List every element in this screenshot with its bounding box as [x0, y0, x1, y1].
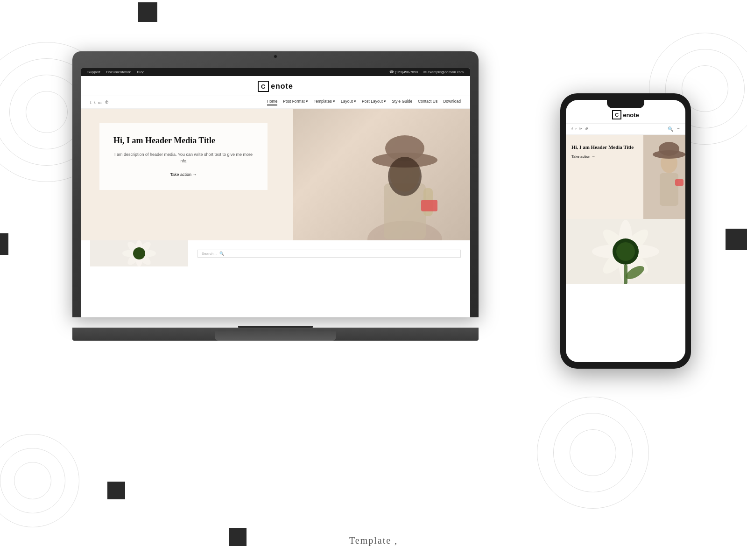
laptop-base	[72, 328, 479, 341]
website-nav: f t in ℗ Home Post Format ▾ Templates ▾ …	[81, 96, 470, 109]
svg-rect-22	[660, 173, 678, 206]
topbar-right: ☎ (123)456-7890 ✉ example@domain.com	[389, 70, 464, 74]
phone-facebook-icon[interactable]: f	[571, 127, 573, 131]
topbar-support[interactable]: Support	[87, 70, 100, 74]
deco-square-2	[0, 233, 8, 255]
phone-action-icons: 🔍 ≡	[668, 126, 680, 132]
svg-rect-7	[421, 200, 437, 211]
social-linkedin-icon[interactable]: in	[99, 100, 102, 105]
website-topbar: Support Documentation Blog ☎ (123)456-78…	[81, 68, 470, 76]
laptop-body: Support Documentation Blog ☎ (123)456-78…	[72, 51, 479, 317]
svg-point-5	[388, 157, 422, 196]
svg-point-21	[659, 142, 679, 156]
nav-templates[interactable]: Templates ▾	[314, 99, 335, 105]
hero-cta-button[interactable]: Take action →	[113, 172, 254, 177]
laptop-camera	[274, 55, 277, 58]
phone-screen: C enote f t in ℗ 🔍 ≡ Hi	[566, 100, 685, 362]
nav-style-guide[interactable]: Style Guide	[392, 99, 412, 105]
nav-layout[interactable]: Layout ▾	[341, 99, 356, 105]
phone-body: C enote f t in ℗ 🔍 ≡ Hi	[560, 93, 691, 369]
nav-contact[interactable]: Contact Us	[418, 99, 437, 105]
hero-section: Hi, I am Header Media Title I am descrip…	[81, 109, 470, 240]
nav-home[interactable]: Home	[267, 99, 278, 105]
laptop-device: Support Documentation Blog ☎ (123)456-78…	[72, 51, 479, 341]
search-placeholder: Search...	[202, 252, 217, 256]
topbar-blog[interactable]: Blog	[137, 70, 144, 74]
social-facebook-icon[interactable]: f	[90, 100, 92, 105]
bottom-image-placeholder	[90, 240, 188, 266]
phone-nav: f t in ℗ 🔍 ≡	[566, 124, 685, 135]
phone-logo-name: enote	[623, 112, 639, 119]
phone-hero-title: Hi, I am Header Media Title	[571, 144, 651, 150]
bottom-text-area: Template ,	[0, 485, 747, 560]
phone-logo-box: C	[612, 110, 621, 119]
phone-device: C enote f t in ℗ 🔍 ≡ Hi	[560, 93, 691, 369]
hero-description: I am description of header media. You ca…	[113, 151, 254, 165]
nav-download[interactable]: Download	[443, 99, 461, 105]
social-twitter-icon[interactable]: t	[94, 100, 96, 105]
nav-post-layout[interactable]: Post Layout ▾	[362, 99, 386, 105]
nav-menu: Home Post Format ▾ Templates ▾ Layout ▾ …	[267, 99, 461, 105]
hero-title: Hi, I am Header Media Title	[113, 136, 254, 146]
hero-image	[293, 109, 470, 240]
svg-point-34	[616, 242, 635, 261]
template-label: Template ,	[349, 535, 398, 546]
search-icon[interactable]: 🔍	[219, 252, 224, 256]
topbar-email: ✉ example@domain.com	[423, 70, 464, 74]
deco-square-3	[726, 229, 747, 250]
website-logo-bar: C enote	[81, 76, 470, 96]
phone-hero: Hi, I am Header Media Title Take action …	[566, 135, 685, 219]
svg-rect-23	[675, 179, 684, 186]
logo-name: enote	[271, 82, 293, 91]
deco-square-1	[138, 2, 157, 22]
search-bar[interactable]: Search... 🔍	[197, 250, 461, 258]
website-logo[interactable]: C enote	[258, 81, 293, 92]
phone-hero-content: Hi, I am Header Media Title Take action …	[571, 144, 651, 159]
topbar-phone: ☎ (123)456-7890	[389, 70, 418, 74]
phone-logo[interactable]: C enote	[612, 110, 639, 119]
phone-pinterest-icon[interactable]: ℗	[585, 127, 589, 131]
laptop-foot	[215, 331, 336, 341]
phone-bottom-image	[566, 219, 685, 284]
logo-box: C	[258, 81, 269, 92]
phone-twitter-icon[interactable]: t	[576, 127, 577, 131]
nav-social: f t in ℗	[90, 100, 109, 105]
social-pinterest-icon[interactable]: ℗	[105, 100, 109, 105]
phone-hero-cta[interactable]: Take action →	[571, 154, 651, 159]
phone-linkedin-icon[interactable]: in	[579, 127, 582, 131]
hero-content-box: Hi, I am Header Media Title I am descrip…	[99, 123, 268, 190]
phone-social-icons: f t in ℗	[571, 127, 589, 131]
laptop-screen: Support Documentation Blog ☎ (123)456-78…	[81, 68, 470, 317]
phone-search-icon[interactable]: 🔍	[668, 126, 673, 132]
topbar-documentation[interactable]: Documentation	[106, 70, 131, 74]
phone-notch	[607, 100, 644, 108]
nav-post-format[interactable]: Post Format ▾	[283, 99, 308, 105]
phone-menu-icon[interactable]: ≡	[677, 126, 680, 132]
bottom-content-area: Search... 🔍	[81, 240, 470, 266]
topbar-left: Support Documentation Blog	[87, 70, 149, 74]
svg-point-17	[133, 247, 145, 259]
